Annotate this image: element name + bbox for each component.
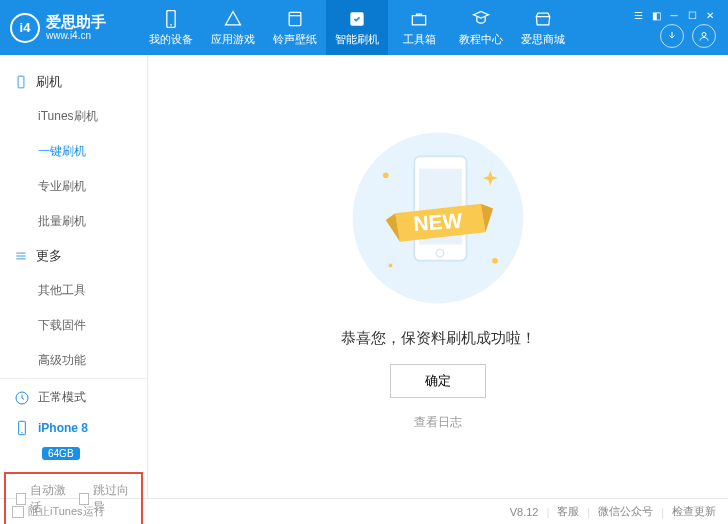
sidebar-item-pro-flash[interactable]: 专业刷机: [0, 169, 147, 204]
sidebar-item-advanced[interactable]: 高级功能: [0, 343, 147, 378]
brand-url: www.i4.cn: [46, 30, 106, 41]
close-icon[interactable]: ✕: [702, 10, 718, 22]
sidebar-group-flash: 刷机: [0, 65, 147, 99]
svg-point-5: [702, 33, 706, 37]
sidebar-item-itunes-flash[interactable]: iTunes刷机: [0, 99, 147, 134]
success-illustration: NEW: [343, 123, 533, 313]
tab-apps[interactable]: 应用游戏: [202, 0, 264, 55]
tab-tutorials[interactable]: 教程中心: [450, 0, 512, 55]
device-info[interactable]: iPhone 8: [0, 416, 147, 446]
brand-name: 爱思助手: [46, 14, 106, 31]
maximize-icon[interactable]: ☐: [684, 10, 700, 22]
menu-icon[interactable]: ☰: [630, 10, 646, 22]
window-controls: ☰ ◧ ─ ☐ ✕: [630, 10, 718, 22]
tab-ringtones[interactable]: 铃声壁纸: [264, 0, 326, 55]
tab-store[interactable]: 爱思商城: [512, 0, 574, 55]
svg-rect-2: [289, 12, 301, 25]
app-logo: i4 爱思助手 www.i4.cn: [10, 13, 140, 43]
version-label: V8.12: [510, 506, 539, 518]
tab-toolbox[interactable]: 工具箱: [388, 0, 450, 55]
titlebar: i4 爱思助手 www.i4.cn 我的设备 应用游戏 铃声壁纸 智能刷机 工具…: [0, 0, 728, 55]
support-link[interactable]: 客服: [557, 504, 579, 519]
tab-my-device[interactable]: 我的设备: [140, 0, 202, 55]
ok-button[interactable]: 确定: [390, 364, 486, 398]
svg-rect-6: [18, 76, 24, 88]
checkbox-block-itunes[interactable]: 阻止iTunes运行: [12, 504, 105, 519]
update-link[interactable]: 检查更新: [672, 504, 716, 519]
user-button[interactable]: [692, 24, 716, 48]
minimize-icon[interactable]: ─: [666, 10, 682, 22]
svg-rect-4: [412, 15, 425, 24]
top-tabs: 我的设备 应用游戏 铃声壁纸 智能刷机 工具箱 教程中心 爱思商城: [140, 0, 630, 55]
sidebar-item-other-tools[interactable]: 其他工具: [0, 273, 147, 308]
tab-flash[interactable]: 智能刷机: [326, 0, 388, 55]
success-message: 恭喜您，保资料刷机成功啦！: [341, 329, 536, 348]
device-mode[interactable]: 正常模式: [0, 378, 147, 416]
svg-point-13: [389, 263, 393, 267]
sidebar-item-batch-flash[interactable]: 批量刷机: [0, 204, 147, 239]
logo-mark: i4: [10, 13, 40, 43]
sidebar-item-onekey-flash[interactable]: 一键刷机: [0, 134, 147, 169]
skin-icon[interactable]: ◧: [648, 10, 664, 22]
download-button[interactable]: [660, 24, 684, 48]
view-log-link[interactable]: 查看日志: [414, 414, 462, 431]
sidebar: 刷机 iTunes刷机 一键刷机 专业刷机 批量刷机 更多 其他工具 下载固件 …: [0, 55, 148, 498]
svg-point-9: [21, 432, 22, 433]
wechat-link[interactable]: 微信公众号: [598, 504, 653, 519]
storage-badge: 64GB: [42, 447, 80, 460]
sidebar-item-download-firmware[interactable]: 下载固件: [0, 308, 147, 343]
svg-point-1: [170, 24, 172, 26]
main-content: NEW 恭喜您，保资料刷机成功啦！ 确定 查看日志: [148, 55, 728, 498]
sidebar-group-more: 更多: [0, 239, 147, 273]
svg-point-11: [383, 172, 389, 178]
svg-point-12: [492, 257, 498, 263]
ribbon-text: NEW: [413, 208, 464, 234]
